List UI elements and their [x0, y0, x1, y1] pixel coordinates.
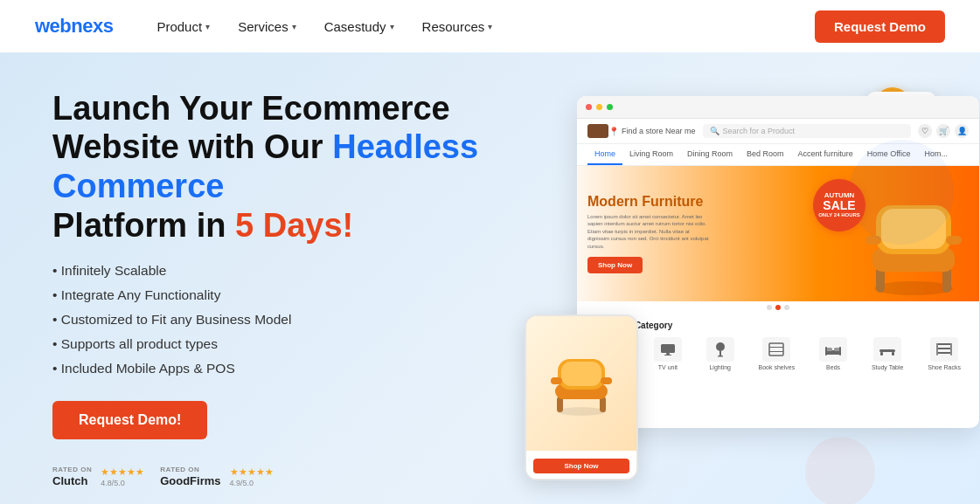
svg-rect-13 [946, 236, 962, 245]
study-table-icon [873, 337, 901, 362]
shoe-rack-icon [930, 337, 958, 362]
svg-rect-18 [666, 353, 670, 355]
user-icon: 👤 [955, 124, 969, 138]
bookshelf-icon [762, 337, 790, 362]
store-nav-living[interactable]: Living Room [622, 144, 680, 165]
svg-rect-34 [936, 343, 952, 345]
svg-rect-45 [551, 377, 562, 384]
phone-product-image [526, 316, 636, 451]
svg-point-6 [874, 281, 953, 295]
store-header: 📍 Find a store Near me 🔍 Search for a Pr… [577, 119, 979, 144]
svg-rect-44 [561, 362, 601, 386]
store-nav-dining[interactable]: Dining Room [680, 144, 740, 165]
badge-clutch: RATED ON Clutch ★★★★★ 4.8/5.0 [52, 466, 144, 488]
svg-rect-35 [936, 348, 952, 349]
categories-grid: Coffee Table TV unit Lighting [587, 337, 969, 370]
banner-dots [577, 301, 979, 314]
svg-rect-17 [661, 344, 675, 353]
category-item-tv[interactable]: TV unit [654, 337, 682, 370]
svg-point-39 [557, 407, 606, 416]
cart-icon: 🛒 [936, 124, 950, 138]
hero-request-demo-button[interactable]: Request Demo! [52, 401, 207, 439]
categories-title: Choose by Category [587, 321, 969, 330]
store-nav-bedroom[interactable]: Bed Room [740, 144, 791, 165]
category-item-beds[interactable]: Beds [819, 337, 847, 370]
bullet-item: • Infinitely Scalable [52, 263, 507, 279]
chevron-down-icon: ▾ [488, 22, 492, 31]
category-item-lighting[interactable]: Lighting [706, 337, 734, 370]
location-pin-icon: 📍 [608, 127, 619, 136]
svg-rect-36 [936, 352, 952, 354]
category-item-shoe[interactable]: Shoe Racks [928, 337, 961, 370]
nav-item-resources[interactable]: Resources ▾ [410, 14, 505, 39]
hero-heading: Launch Your Ecommerce Website with Our H… [52, 89, 507, 245]
wishlist-icon: ♡ [918, 124, 932, 138]
lighting-icon [706, 337, 734, 362]
chevron-down-icon: ▾ [292, 22, 296, 31]
navbar-left: webnexs Product ▾ Services ▾ Casestudy ▾… [35, 14, 504, 39]
svg-rect-19 [664, 355, 671, 356]
deco-circle-1 [849, 140, 954, 245]
svg-rect-33 [892, 352, 894, 356]
chevron-down-icon: ▾ [390, 22, 394, 31]
hero-left: Launch Your Ecommerce Website with Our H… [52, 89, 507, 488]
svg-rect-22 [718, 356, 723, 357]
store-nav-home[interactable]: Home [587, 144, 622, 165]
phone-mockup: Shop Now [525, 314, 638, 480]
banner-dot-1[interactable] [767, 305, 772, 310]
banner-title: Modern Furniture [587, 194, 710, 210]
svg-rect-30 [839, 347, 841, 356]
badges: RATED ON Clutch ★★★★★ 4.8/5.0 RATED ON G… [52, 466, 507, 488]
banner-dot-3[interactable] [784, 305, 789, 310]
bullet-item: • Customized to Fit any Business Model [52, 312, 507, 328]
browser-close-dot [586, 104, 592, 110]
navbar: webnexs Product ▾ Services ▾ Casestudy ▾… [0, 0, 980, 52]
svg-rect-32 [880, 352, 883, 356]
phone-content: Shop Now [526, 316, 636, 479]
bullet-item: • Included Mobile Apps & POS [52, 361, 507, 376]
svg-rect-37 [936, 343, 938, 356]
store-nav-accent[interactable]: Accent furniture [791, 144, 860, 165]
svg-point-20 [716, 342, 725, 351]
chevron-down-icon: ▾ [205, 22, 210, 31]
bullet-item: • Integrate Any Functionality [52, 287, 507, 303]
store-search-bar[interactable]: 🔍 Search for a Product [703, 124, 911, 138]
svg-rect-21 [719, 351, 721, 356]
svg-rect-31 [879, 349, 895, 352]
browser-maximize-dot [607, 104, 613, 110]
svg-rect-23 [769, 343, 783, 356]
bed-icon [819, 337, 847, 362]
bullet-item: • Supports all product types [52, 336, 507, 352]
badge-goodfirms: RATED ON GoodFirms ★★★★★ 4.9/5.0 [160, 466, 273, 488]
hero-section: Launch Your Ecommerce Website with Our H… [0, 52, 980, 504]
banner-dot-2[interactable] [775, 305, 781, 310]
nav-links: Product ▾ Services ▾ Casestudy ▾ Resourc… [144, 14, 504, 39]
nav-item-product[interactable]: Product ▾ [144, 14, 222, 39]
category-item-bookshelves[interactable]: Book shelves [759, 337, 796, 370]
deco-circle-2 [805, 437, 875, 504]
category-item-study[interactable]: Study Table [872, 337, 903, 370]
nav-item-casestudy[interactable]: Casestudy ▾ [312, 14, 407, 39]
phone-shop-now-button[interactable]: Shop Now [533, 459, 629, 473]
banner-left: Modern Furniture Lorem ipsum dolor sit a… [587, 194, 710, 273]
logo[interactable]: webnexs [35, 15, 113, 38]
banner-description: Lorem ipsum dolor sit amet consectetur. … [587, 213, 710, 250]
hero-right: + [542, 87, 928, 489]
browser-bar [577, 96, 979, 119]
banner-shop-now-button[interactable]: Shop Now [587, 257, 643, 273]
phone-footer: Shop Now [526, 451, 636, 479]
search-icon: 🔍 [710, 127, 719, 135]
tv-unit-icon [654, 337, 682, 362]
store-location: 📍 Find a store Near me [608, 127, 696, 136]
svg-rect-38 [950, 343, 952, 356]
request-demo-button[interactable]: Request Demo [815, 10, 945, 43]
store-logo-icon [587, 124, 608, 138]
nav-item-services[interactable]: Services ▾ [226, 14, 309, 39]
svg-rect-46 [601, 377, 612, 384]
bullet-list: • Infinitely Scalable • Integrate Any Fu… [52, 263, 507, 376]
sale-badge: AUTUMN SALE ONLY 24 HOURS [813, 179, 865, 231]
svg-rect-25 [769, 351, 783, 352]
phone-chair-icon [546, 349, 616, 418]
browser-minimize-dot [596, 104, 602, 110]
store-header-icons: ♡ 🛒 👤 [918, 124, 969, 138]
